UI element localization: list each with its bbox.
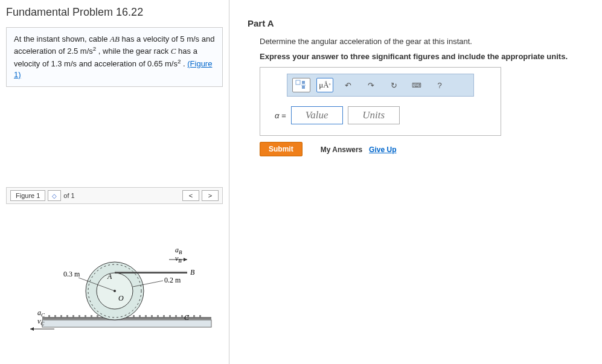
- undo-button[interactable]: ↶: [339, 78, 356, 92]
- figure-pager: of 1: [63, 192, 74, 199]
- svg-rect-5: [60, 315, 62, 318]
- svg-rect-50: [302, 81, 305, 84]
- svg-text:C: C: [184, 313, 190, 322]
- svg-rect-3: [48, 315, 50, 318]
- text: .: [181, 59, 187, 68]
- svg-marker-40: [30, 327, 34, 331]
- svg-text:vB: vB: [175, 254, 182, 264]
- svg-rect-19: [145, 315, 147, 318]
- svg-rect-25: [181, 315, 183, 318]
- svg-rect-23: [169, 315, 171, 318]
- svg-rect-24: [175, 315, 177, 318]
- give-up-link[interactable]: Give Up: [369, 145, 396, 154]
- part-a-instruction: Express your answer to three significant…: [260, 52, 590, 61]
- svg-rect-27: [193, 315, 195, 318]
- figure-prev-button[interactable]: <: [182, 190, 199, 201]
- svg-text:O: O: [118, 294, 124, 302]
- svg-rect-18: [139, 315, 141, 318]
- figure-next-button[interactable]: >: [202, 190, 219, 201]
- svg-rect-9: [85, 315, 86, 318]
- value-input[interactable]: [291, 106, 343, 124]
- cable-label: AB: [110, 34, 120, 43]
- svg-text:A: A: [107, 272, 112, 281]
- template-tool[interactable]: [292, 78, 310, 92]
- units-input[interactable]: [348, 106, 400, 124]
- problem-title: Fundamental Problem 16.22: [6, 5, 223, 20]
- svg-rect-7: [72, 315, 74, 318]
- svg-text:B: B: [190, 268, 195, 276]
- svg-marker-36: [184, 258, 187, 261]
- help-button[interactable]: ?: [431, 78, 448, 92]
- keyboard-button[interactable]: ⌨: [408, 78, 425, 92]
- svg-rect-8: [78, 315, 80, 318]
- r-outer-label: 0.3 m: [63, 270, 80, 278]
- reset-button[interactable]: ↻: [385, 78, 402, 92]
- problem-statement: At the instant shown, cable AB has a vel…: [6, 27, 223, 87]
- answer-box: μÅ° ↶ ↷ ↻ ⌨ ? α =: [260, 67, 501, 136]
- svg-rect-10: [91, 315, 92, 318]
- svg-rect-22: [163, 315, 165, 318]
- figure-tab[interactable]: Figure 1: [10, 190, 45, 201]
- figure-selector[interactable]: ◇: [48, 190, 61, 201]
- svg-rect-51: [302, 86, 305, 89]
- svg-rect-11: [97, 315, 98, 318]
- part-a-prompt: Determine the angular acceleration of th…: [260, 37, 590, 46]
- svg-rect-21: [157, 315, 159, 318]
- figure-toolbar: Figure 1 ◇ of 1 < >: [6, 187, 223, 204]
- text: , while the gear rack: [96, 47, 171, 56]
- figure-image: 0.3 m 0.2 m A B aB vB O C aC vC: [6, 211, 223, 356]
- svg-rect-49: [296, 80, 300, 85]
- part-a-title: Part A: [248, 18, 590, 28]
- svg-rect-17: [133, 315, 135, 318]
- svg-rect-20: [151, 315, 153, 318]
- svg-rect-28: [199, 315, 201, 318]
- svg-rect-4: [54, 315, 56, 318]
- submit-button[interactable]: Submit: [260, 142, 303, 156]
- my-answers-link[interactable]: My Answers: [321, 145, 363, 154]
- units-tool[interactable]: μÅ°: [316, 78, 333, 92]
- redo-button[interactable]: ↷: [362, 78, 379, 92]
- answer-toolbar: μÅ° ↶ ↷ ↻ ⌨ ?: [287, 74, 474, 97]
- r-inner-label: 0.2 m: [164, 276, 181, 284]
- text: At the instant shown, cable: [14, 34, 110, 43]
- alpha-equals-label: α =: [275, 111, 286, 120]
- svg-rect-6: [66, 315, 68, 318]
